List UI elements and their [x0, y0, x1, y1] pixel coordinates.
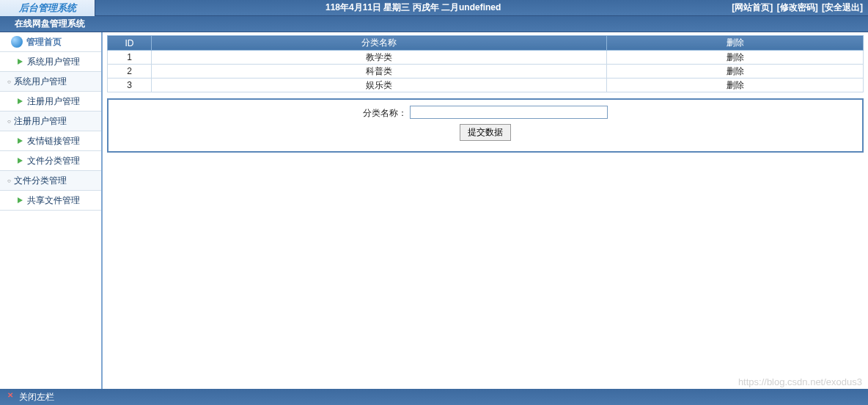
table-row: 3 娱乐类 删除: [108, 79, 864, 92]
arrow-icon: [18, 197, 23, 203]
label-category-name: 分类名称：: [363, 108, 407, 118]
globe-icon: [11, 36, 23, 48]
sidebar-item-label: 文件分类管理: [14, 175, 67, 187]
submit-button[interactable]: 提交数据: [460, 124, 511, 141]
cell-id: 2: [108, 65, 152, 79]
footer-bar: 关闭左栏: [0, 389, 868, 405]
sidebar-item-system-user-parent[interactable]: 系统用户管理: [0, 72, 101, 92]
link-logout[interactable]: [安全退出]: [822, 2, 863, 12]
arrow-icon: [18, 98, 23, 104]
close-left-panel[interactable]: 关闭左栏: [0, 391, 54, 404]
delete-link[interactable]: 删除: [727, 80, 744, 90]
cell-delete: 删除: [607, 51, 864, 65]
sidebar-item-label: 文件分类管理: [27, 155, 80, 167]
cell-id: 3: [108, 79, 152, 92]
sidebar-item-register-user-child[interactable]: 注册用户管理: [0, 92, 101, 112]
link-site-home[interactable]: [网站首页]: [732, 2, 773, 12]
th-name: 分类名称: [152, 36, 607, 51]
table-header-row: ID 分类名称 删除: [108, 36, 864, 51]
table-row: 1 教学类 删除: [108, 51, 864, 65]
form-row-submit: 提交数据: [108, 124, 862, 141]
cell-delete: 删除: [607, 79, 864, 92]
category-form: 分类名称： 提交数据: [107, 98, 864, 153]
sidebar-item-label: 友情链接管理: [27, 135, 80, 147]
sidebar-item-share-file[interactable]: 共享文件管理: [0, 191, 101, 211]
date-info: 118年4月11日 星期三 丙戌年 二月undefined: [95, 1, 731, 14]
logo: 后台管理系统: [0, 0, 95, 16]
cell-id: 1: [108, 51, 152, 65]
sub-bar: 在线网盘管理系统: [0, 16, 868, 32]
sidebar-item-label: 共享文件管理: [27, 194, 80, 207]
table-row: 2 科普类 删除: [108, 65, 864, 79]
th-delete: 删除: [607, 36, 864, 51]
input-category-name[interactable]: [410, 106, 608, 119]
cell-name: 教学类: [152, 51, 607, 65]
form-row-name: 分类名称：: [108, 106, 862, 120]
sidebar-item-label: 注册用户管理: [27, 95, 80, 108]
sidebar-item-file-category-parent[interactable]: 文件分类管理: [0, 171, 101, 191]
arrow-icon: [18, 158, 23, 164]
link-change-password[interactable]: [修改密码]: [777, 2, 818, 12]
category-table: ID 分类名称 删除 1 教学类 删除 2 科普类 删除: [107, 35, 864, 92]
arrow-icon: [18, 138, 23, 144]
sidebar-item-label: 系统用户管理: [27, 56, 80, 68]
th-id: ID: [108, 36, 152, 51]
delete-link[interactable]: 删除: [727, 66, 744, 76]
top-links: [网站首页] [修改密码] [安全退出]: [731, 1, 868, 14]
cell-name: 娱乐类: [152, 79, 607, 92]
sidebar-item-file-category-child[interactable]: 文件分类管理: [0, 151, 101, 171]
sidebar-item-home[interactable]: 管理首页: [0, 32, 101, 52]
sidebar-item-system-user-child[interactable]: 系统用户管理: [0, 52, 101, 72]
system-title: 在线网盘管理系统: [0, 18, 85, 30]
arrow-icon: [18, 59, 23, 65]
main-content: ID 分类名称 删除 1 教学类 删除 2 科普类 删除: [103, 32, 868, 389]
cell-name: 科普类: [152, 65, 607, 79]
delete-link[interactable]: 删除: [727, 52, 744, 62]
cell-delete: 删除: [607, 65, 864, 79]
sidebar-menu: 管理首页 系统用户管理 系统用户管理 注册用户管理 注册用户管理: [0, 32, 101, 211]
sidebar-item-register-user-parent[interactable]: 注册用户管理: [0, 112, 101, 131]
sidebar-item-label: 系统用户管理: [14, 76, 67, 88]
sidebar-item-label: 管理首页: [26, 36, 62, 48]
sidebar: 管理首页 系统用户管理 系统用户管理 注册用户管理 注册用户管理: [0, 32, 103, 389]
sidebar-item-friend-link[interactable]: 友情链接管理: [0, 131, 101, 151]
top-bar: 后台管理系统 118年4月11日 星期三 丙戌年 二月undefined [网站…: [0, 0, 868, 16]
sidebar-item-label: 注册用户管理: [14, 115, 67, 128]
